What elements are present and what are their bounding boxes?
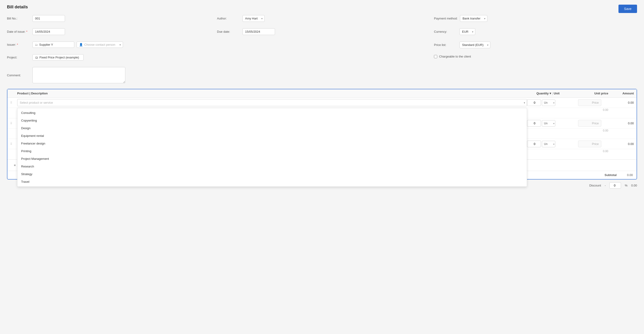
dropdown-item-travel[interactable]: Travel	[18, 178, 527, 186]
price-list-select[interactable]: Standard (EUR)	[460, 41, 490, 48]
chargeable-label: Chargeable to the client	[439, 55, 471, 58]
qty-sort-icon: ▾	[550, 92, 551, 95]
drag-handle-1[interactable]: ⠿	[10, 101, 17, 104]
due-date-input[interactable]	[242, 28, 275, 35]
person-icon: 👤	[79, 43, 83, 46]
contact-person-placeholder: Choose contact person	[84, 43, 115, 46]
form-col-middle: Author: Amy Hart Due date:	[217, 15, 427, 86]
product-select-wrapper-1: Select product or service Consulting Cop…	[17, 99, 527, 106]
amount-secondary-3: 0.00	[578, 150, 608, 158]
amount-cell-3: 0.00	[608, 142, 634, 146]
comment-row: Comment:	[7, 67, 217, 83]
briefcase-icon: 🗂	[35, 43, 38, 46]
payment-method-select[interactable]: Bank transfer	[460, 15, 487, 22]
comment-textarea[interactable]	[32, 67, 125, 83]
bill-no-label: Bill No.:	[7, 17, 30, 20]
price-cell-2	[578, 120, 608, 127]
payment-method-label: Payment method:	[434, 17, 458, 20]
qty-unit-cell-2: Un	[527, 120, 560, 127]
subtotal-label: Subtotal	[604, 173, 616, 177]
discount-minus: -	[605, 184, 606, 187]
price-input-1[interactable]	[578, 99, 601, 106]
col-qty-header: Quantity ▾ | Unit	[527, 92, 560, 95]
dropdown-item-equipment-rental[interactable]: Equipment rental	[18, 132, 527, 140]
date-of-issue-input[interactable]	[32, 28, 65, 35]
price-cell-3	[578, 141, 608, 147]
due-date-row: Due date:	[217, 28, 427, 35]
form-layout: Bill No.: Date of issue: * Issuer: * 🗂 S…	[7, 15, 637, 86]
issuer-row: Issuer: * 🗂 Supplier Y 👤 Choose contact …	[7, 41, 217, 48]
chargeable-checkbox[interactable]	[434, 55, 437, 58]
save-button[interactable]: Save	[618, 5, 637, 13]
date-of-issue-row: Date of issue: *	[7, 28, 217, 35]
form-col-left: Bill No.: Date of issue: * Issuer: * 🗂 S…	[7, 15, 217, 86]
drag-handle-3[interactable]: ⠿	[10, 142, 17, 146]
discount-input[interactable]	[610, 182, 621, 189]
payment-method-select-wrapper: Bank transfer	[460, 15, 487, 22]
qty-input-2[interactable]	[527, 120, 541, 127]
product-select-1[interactable]: Select product or service Consulting Cop…	[17, 99, 527, 106]
amount-cell-1: 0.00	[608, 101, 634, 104]
unit-select-wrapper-3: Un	[542, 141, 555, 147]
price-cell-1	[578, 99, 608, 106]
qty-unit-cell-3: Un	[527, 141, 560, 147]
author-select-wrapper: Amy Hart	[242, 15, 264, 22]
issuer-input[interactable]: 🗂 Supplier Y	[32, 41, 74, 48]
price-list-select-wrapper: Standard (EUR)	[460, 41, 490, 48]
col-amount-header: Amount	[608, 92, 634, 95]
currency-label: Currency:	[434, 30, 457, 33]
dropdown-item-project-management[interactable]: Project Management	[18, 155, 527, 163]
project-input[interactable]: 🗂 Fixed Price Project (example)	[32, 54, 84, 60]
dropdown-item-research[interactable]: Research	[18, 163, 527, 170]
dropdown-item-copywriting[interactable]: Copywriting	[18, 117, 527, 124]
line-items-table: Product | Description Quantity ▾ | Unit …	[7, 89, 637, 180]
currency-row: Currency: EUR	[434, 28, 637, 35]
dropdown-item-strategy[interactable]: Strategy	[18, 170, 527, 178]
unit-select-1[interactable]: Un	[542, 99, 555, 106]
comment-label: Comment:	[7, 73, 30, 77]
project-row: Project: 🗂 Fixed Price Project (example)	[7, 54, 217, 60]
subtotal-value: 0.00	[619, 173, 633, 177]
dropdown-item-consulting[interactable]: Consulting	[18, 109, 527, 117]
issuer-label: Issuer: *	[7, 43, 30, 46]
discount-label: Discount	[589, 184, 601, 187]
dropdown-item-design[interactable]: Design	[18, 124, 527, 132]
project-label: Project:	[7, 56, 30, 59]
chargeable-row: Chargeable to the client	[434, 55, 637, 58]
page-title: Bill details	[7, 5, 637, 9]
price-input-2[interactable]	[578, 120, 601, 127]
author-select[interactable]: Amy Hart	[242, 15, 264, 22]
table-header: Product | Description Quantity ▾ | Unit …	[8, 89, 636, 98]
author-row: Author: Amy Hart	[217, 15, 427, 22]
discount-amount: 0.00	[631, 184, 637, 187]
amount-secondary-2: 0.00	[578, 129, 608, 137]
author-label: Author:	[217, 17, 240, 20]
project-icon: 🗂	[35, 56, 38, 59]
qty-input-3[interactable]	[527, 141, 541, 147]
dropdown-item-printing[interactable]: Printing	[18, 147, 527, 155]
bill-no-input[interactable]	[32, 15, 65, 22]
due-date-label: Due date:	[217, 30, 240, 33]
product-dropdown-1: Consulting Copywriting Design Equipment …	[17, 108, 527, 187]
line-item-main-1: ⠿ Select product or service Consulting C…	[8, 98, 636, 108]
currency-select-wrapper: EUR	[460, 28, 475, 35]
page-wrapper: Bill details Save Bill No.: Date of issu…	[0, 0, 644, 334]
project-value: Fixed Price Project (example)	[40, 56, 79, 59]
currency-select[interactable]: EUR	[460, 28, 475, 35]
price-list-row: Price list: Standard (EUR)	[434, 41, 637, 48]
unit-select-2[interactable]: Un	[542, 120, 555, 127]
drag-handle-2[interactable]: ⠿	[10, 122, 17, 125]
unit-select-3[interactable]: Un	[542, 141, 555, 147]
price-input-3[interactable]	[578, 141, 601, 147]
add-row-icon: ≡	[14, 164, 16, 167]
form-col-right: Payment method: Bank transfer Currency: …	[427, 15, 637, 86]
amount-cell-2: 0.00	[608, 122, 634, 125]
line-item-row-1: ⠿ Select product or service Consulting C…	[8, 98, 636, 118]
col-product-header: Product | Description	[17, 92, 527, 95]
price-list-label: Price list:	[434, 43, 457, 47]
qty-input-1[interactable]	[527, 99, 541, 106]
dropdown-item-freelancer-design[interactable]: Freelancer design	[18, 140, 527, 147]
contact-person-select[interactable]: 👤 Choose contact person	[76, 41, 123, 48]
payment-method-row: Payment method: Bank transfer	[434, 15, 637, 22]
qty-unit-cell-1: Un	[527, 99, 560, 106]
